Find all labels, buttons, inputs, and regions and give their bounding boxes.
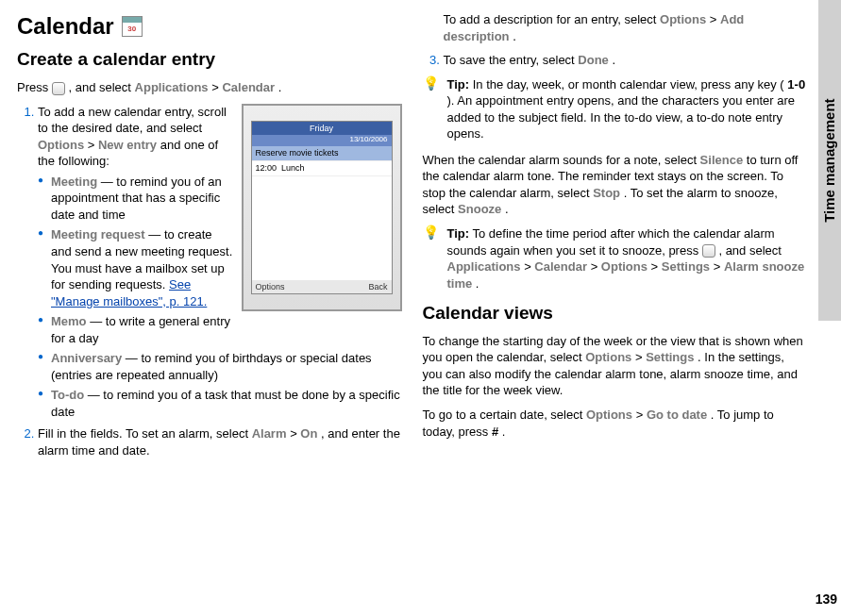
bullet-todo: To-do — to remind you of a task that mus… [38,387,402,420]
side-tab: Time management [818,0,841,321]
add-description-line: To add a description for an entry, selec… [423,11,808,44]
intro-line: Press , and select Applications > Calend… [17,79,402,96]
menu-key-icon [702,244,715,258]
heading-create-entry: Create a calendar entry [17,47,402,72]
tip-block-1: 💡 Tip: In the day, week, or month calend… [423,76,808,142]
heading-calendar-text: Calendar [17,11,114,42]
entry-types-list: Meeting — to remind you of an appointmen… [38,174,402,421]
heading-calendar: Calendar [17,11,402,42]
page-content: Calendar Create a calendar entry Press ,… [0,0,841,616]
phone-row-reserve: Reserve movie tickets [252,146,392,161]
side-tab-label: Time management [820,98,839,222]
menu-key-icon [52,82,65,95]
page-number: 139 [816,591,837,608]
heading-calendar-views: Calendar views [423,301,808,325]
step-3: To save the entry, select Done . [444,52,808,69]
step-2: Fill in the fields. To set an alarm, sel… [38,425,402,458]
bullet-anniversary: Anniversary — to remind you of birthdays… [38,350,402,383]
views-paragraph: To change the starting day of the week o… [423,333,808,399]
phone-day-header: Friday [252,122,392,135]
bullet-meeting: Meeting — to remind you of an appointmen… [38,174,402,224]
column-right: To add a description for an entry, selec… [423,11,825,605]
lightbulb-icon: 💡 [423,225,440,291]
bullet-meeting-request: Meeting request — to create and send a n… [38,226,402,309]
column-left: Calendar Create a calendar entry Press ,… [17,11,402,605]
alarm-paragraph: When the calendar alarm sounds for a not… [423,152,808,218]
step1-block: Friday 13/10/2006 Reserve movie tickets … [17,104,402,459]
tip-block-2: 💡 Tip: To define the time period after w… [423,225,808,291]
bullet-memo: Memo — to write a general entry for a da… [38,313,402,346]
lightbulb-icon: 💡 [423,76,440,142]
goto-paragraph: To go to a certain date, select Options … [423,407,808,440]
steps-list-continued: To save the entry, select Done . [423,52,808,69]
calendar-icon [122,16,143,37]
